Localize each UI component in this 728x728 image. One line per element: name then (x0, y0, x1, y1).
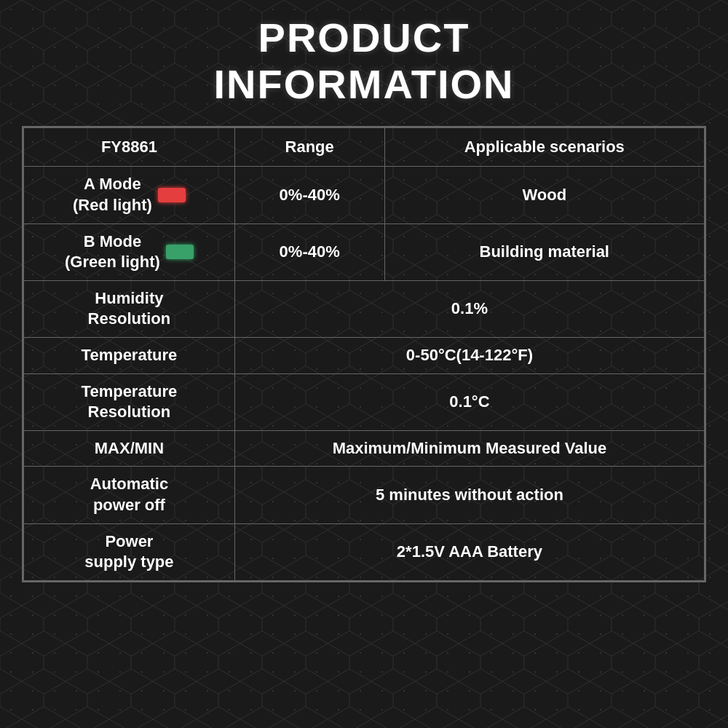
table-row: A Mode(Red light) 0%-40% Wood (24, 167, 705, 223)
b-mode-label: B Mode(Green light) (24, 223, 235, 280)
table-row: Temperature 0-50°C(14-122°F) (24, 337, 705, 373)
header-applicable: Applicable scenarios (384, 127, 704, 167)
table-row: MAX/MIN Maximum/Minimum Measured Value (24, 430, 705, 467)
temp-resolution-value: 0.1°C (234, 373, 704, 430)
maxmin-value: Maximum/Minimum Measured Value (234, 430, 704, 467)
maxmin-label: MAX/MIN (24, 430, 235, 467)
temp-resolution-label: TemperatureResolution (24, 373, 235, 430)
header-range: Range (234, 127, 384, 167)
product-info-table: FY8861 Range Applicable scenarios A Mode… (22, 126, 706, 582)
auto-off-label: Automaticpower off (24, 467, 235, 523)
a-mode-label: A Mode(Red light) (24, 167, 235, 223)
b-mode-applicable: Building material (384, 223, 704, 280)
table-row: HumidityResolution 0.1% (24, 280, 705, 337)
table-row: Automaticpower off 5 minutes without act… (24, 467, 705, 523)
power-supply-value: 2*1.5V AAA Battery (234, 523, 704, 580)
red-light-indicator (158, 188, 186, 202)
table-header-row: FY8861 Range Applicable scenarios (24, 127, 705, 167)
humidity-resolution-value: 0.1% (234, 280, 704, 337)
temperature-value: 0-50°C(14-122°F) (234, 337, 704, 373)
a-mode-applicable: Wood (384, 167, 704, 223)
humidity-resolution-label: HumidityResolution (24, 280, 235, 337)
temperature-label: Temperature (24, 337, 235, 373)
table-row: B Mode(Green light) 0%-40% Building mate… (24, 223, 705, 280)
table-row: Powersupply type 2*1.5V AAA Battery (24, 523, 705, 580)
green-light-indicator (166, 245, 194, 259)
b-mode-range: 0%-40% (234, 223, 384, 280)
header-model: FY8861 (24, 127, 235, 167)
power-supply-label: Powersupply type (24, 523, 235, 580)
table-row: TemperatureResolution 0.1°C (24, 373, 705, 430)
a-mode-range: 0%-40% (234, 167, 384, 223)
auto-off-value: 5 minutes without action (234, 467, 704, 523)
page-title: PRODUCT INFORMATION (214, 15, 515, 108)
